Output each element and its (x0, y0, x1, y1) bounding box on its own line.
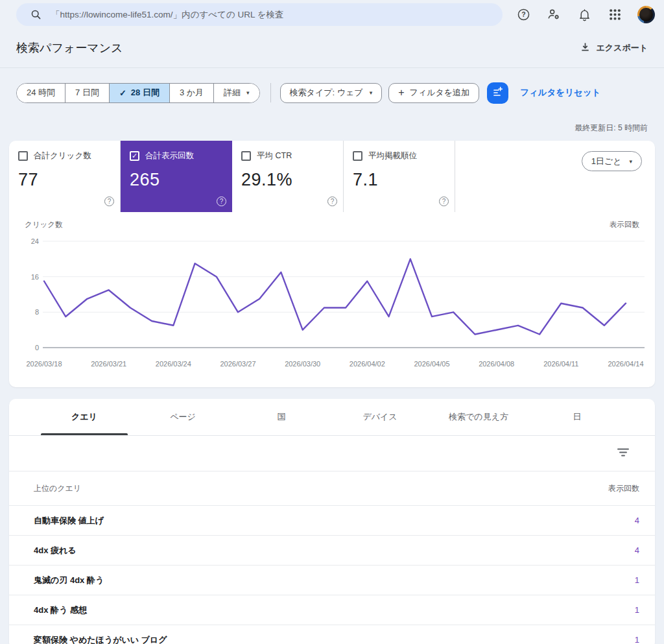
metric-card-average-ctr[interactable]: 平均 CTR 29.1% ? (232, 141, 344, 212)
left-axis-label: クリック数 (25, 220, 63, 230)
table-row[interactable]: 4dx 疲れる4 (9, 536, 655, 566)
download-icon (580, 42, 590, 54)
table-row[interactable]: 4dx 酔う 感想1 (9, 595, 655, 625)
performance-chart-card: 合計クリック数 77 ? ✓ 合計表示回数 265 ? 平均 CTR 29.1%… (9, 141, 655, 387)
impressions-value: 1 (635, 575, 639, 585)
chart-axis-labels: クリック数 表示回数 (9, 212, 655, 230)
dimensions-table-card: クエリページ国デバイス検索での見え方日 上位のクエリ 表示回数 自動車保険 値上… (9, 399, 655, 644)
tune-filters-button[interactable] (487, 82, 508, 104)
checkbox-unchecked-icon[interactable] (241, 151, 251, 161)
tab-5[interactable]: 日 (528, 399, 626, 435)
tab-2[interactable]: 国 (232, 399, 331, 435)
metric-value: 265 (130, 170, 223, 190)
top-app-bar: ? (0, 0, 664, 29)
avatar[interactable] (637, 6, 655, 23)
reset-filters-link[interactable]: フィルタをリセット (520, 87, 600, 99)
help-icon[interactable]: ? (327, 197, 337, 206)
chevron-down-icon: ▾ (370, 89, 373, 96)
page-header: 検索パフォーマンス エクスポート (0, 29, 664, 68)
table-row[interactable]: 自動車保険 値上げ4 (9, 506, 655, 536)
metric-value: 29.1% (241, 170, 334, 190)
svg-text:8: 8 (35, 308, 39, 316)
notifications-icon[interactable] (576, 6, 592, 22)
svg-text:2026/04/14: 2026/04/14 (608, 360, 643, 368)
table-row[interactable]: 鬼滅の刃 4dx 酔う1 (9, 566, 655, 595)
apps-grid-icon[interactable] (607, 6, 622, 22)
chip-label: 3 か月 (180, 87, 204, 99)
divider (270, 83, 271, 102)
svg-text:2026/04/08: 2026/04/08 (479, 360, 514, 368)
chip-label: 7 日間 (75, 87, 99, 99)
chip-label: 28 日間 (131, 87, 160, 99)
metric-card-average-position[interactable]: 平均掲載順位 7.1 ? (344, 141, 455, 212)
help-icon[interactable]: ? (217, 197, 226, 206)
tab-4[interactable]: 検索での見え方 (429, 399, 528, 435)
right-axis-label: 表示回数 (610, 220, 639, 230)
chevron-down-icon: ▾ (246, 89, 250, 96)
date-range-segmented-control: 24 時間7 日間✓28 日間3 か月詳細▾ (16, 83, 260, 103)
search-input[interactable] (51, 10, 491, 19)
filter-bar: 24 時間7 日間✓28 日間3 か月詳細▾ 検索タイプ: ウェブ ▾ + フィ… (16, 82, 648, 103)
last-updated-text: 最終更新日: 5 時間前 (0, 123, 664, 134)
tune-icon (492, 86, 503, 99)
table-col-queries[interactable]: 上位のクエリ (34, 483, 81, 494)
svg-text:24: 24 (31, 237, 39, 245)
check-icon: ✓ (119, 88, 126, 98)
help-icon[interactable]: ? (104, 197, 114, 206)
date-range-chip-2[interactable]: ✓28 日間 (110, 84, 170, 102)
tab-3[interactable]: デバイス (331, 399, 429, 435)
date-range-chip-1[interactable]: 7 日間 (65, 84, 110, 102)
chip-label: 詳細 (224, 87, 241, 99)
tab-0[interactable]: クエリ (35, 399, 134, 435)
table-col-impressions[interactable]: 表示回数 (608, 483, 639, 494)
svg-text:2026/04/02: 2026/04/02 (350, 360, 385, 368)
metric-value: 77 (18, 170, 111, 190)
query-text: 自動車保険 値上げ (34, 515, 104, 527)
date-range-chip-4[interactable]: 詳細▾ (214, 84, 259, 102)
svg-text:16: 16 (31, 273, 39, 281)
svg-text:2026/03/21: 2026/03/21 (91, 360, 126, 368)
svg-text:2026/04/11: 2026/04/11 (543, 360, 578, 368)
metrics-row: 合計クリック数 77 ? ✓ 合計表示回数 265 ? 平均 CTR 29.1%… (9, 141, 655, 212)
date-range-chip-3[interactable]: 3 か月 (170, 84, 214, 102)
impressions-value: 1 (635, 605, 639, 615)
impressions-value: 1 (635, 635, 639, 644)
svg-text:2026/03/30: 2026/03/30 (285, 360, 320, 368)
help-icon[interactable]: ? (439, 197, 449, 206)
dimension-tabs: クエリページ国デバイス検索での見え方日 (9, 399, 655, 436)
date-range-chip-0[interactable]: 24 時間 (17, 84, 65, 102)
table-body: 自動車保険 値上げ44dx 疲れる4鬼滅の刃 4dx 酔う14dx 酔う 感想1… (9, 506, 655, 644)
avatar-photo (639, 8, 653, 21)
granularity-dropdown[interactable]: 1日ごと ▾ (582, 151, 642, 171)
svg-text:2026/03/18: 2026/03/18 (26, 360, 62, 368)
chevron-down-icon: ▾ (629, 158, 632, 165)
query-text: 変額保険 やめたほうがいい ブログ (34, 634, 167, 644)
checkbox-checked-icon[interactable]: ✓ (130, 151, 139, 161)
tab-1[interactable]: ページ (134, 399, 232, 435)
metric-value: 7.1 (353, 170, 445, 190)
export-label: エクスポート (596, 42, 648, 54)
search-type-button[interactable]: 検索タイプ: ウェブ ▾ (280, 83, 383, 103)
table-header: 上位のクエリ 表示回数 (9, 471, 655, 506)
svg-text:?: ? (521, 10, 525, 18)
impressions-line-chart[interactable]: 0816242026/03/182026/03/212026/03/242026… (9, 230, 655, 388)
url-inspect-searchbox[interactable] (16, 3, 503, 26)
checkbox-unchecked-icon[interactable] (353, 151, 362, 161)
chip-label: 24 時間 (27, 87, 55, 99)
query-text: 鬼滅の刃 4dx 酔う (34, 575, 104, 586)
topbar-icons: ? (516, 6, 655, 23)
svg-text:2026/03/27: 2026/03/27 (220, 360, 255, 368)
query-text: 4dx 酔う 感想 (34, 604, 87, 616)
query-text: 4dx 疲れる (34, 545, 77, 556)
metric-card-total-impressions[interactable]: ✓ 合計表示回数 265 ? (121, 141, 232, 212)
svg-text:0: 0 (35, 344, 39, 352)
checkbox-unchecked-icon[interactable] (18, 151, 28, 161)
search-icon (28, 6, 43, 22)
user-settings-icon[interactable] (546, 6, 562, 22)
metric-card-total-clicks[interactable]: 合計クリック数 77 ? (9, 141, 121, 212)
table-row[interactable]: 変額保険 やめたほうがいい ブログ1 (9, 625, 655, 644)
add-filter-button[interactable]: + フィルタを追加 (388, 83, 479, 103)
export-button[interactable]: エクスポート (580, 42, 648, 54)
filter-list-icon[interactable] (617, 447, 629, 460)
help-icon[interactable]: ? (516, 6, 531, 22)
